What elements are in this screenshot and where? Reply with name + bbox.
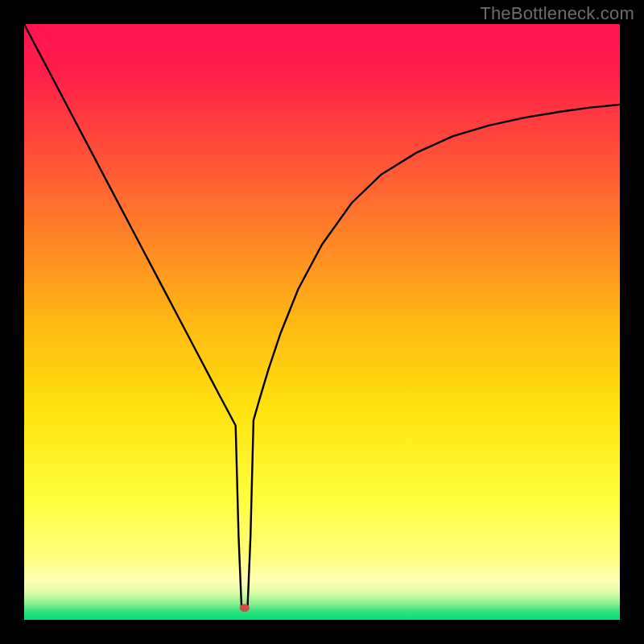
- optimum-marker: [240, 604, 250, 612]
- bottleneck-chart: [24, 24, 620, 620]
- chart-frame: [24, 24, 620, 620]
- chart-background: [24, 24, 620, 620]
- watermark-text: TheBottleneck.com: [480, 3, 634, 24]
